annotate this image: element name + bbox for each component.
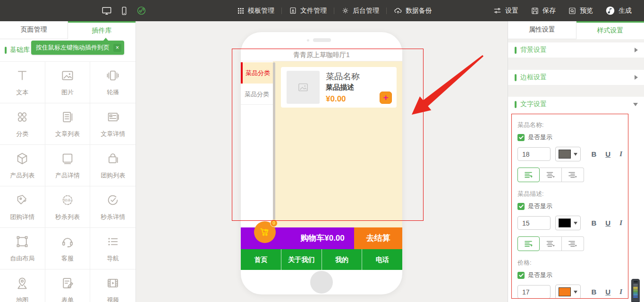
show-checkbox[interactable] [517,272,525,279]
widget-customer-service[interactable]: 客服 [45,228,91,269]
dish-price: ¥0.00 [326,94,346,104]
mini-palette-widget[interactable] [631,279,640,302]
nav-item-home[interactable]: 首页 [241,249,281,270]
align-right-button[interactable] [562,168,584,182]
font-size-input[interactable] [517,285,551,299]
save-button[interactable]: 保存 [527,7,559,15]
checkout-button[interactable]: 去结算 [354,227,402,249]
bold-button[interactable]: B [591,288,596,296]
video-icon [106,276,120,292]
image-icon [60,68,75,84]
link-button[interactable] [136,6,146,16]
preview-button[interactable]: 预览 [564,7,597,15]
widget-groupbuy-detail[interactable]: 团购详情 [0,186,45,228]
category-tab-active[interactable]: 菜品分类 [241,62,273,84]
underline-button[interactable]: U [605,219,610,227]
tab-plugin-library[interactable]: 插件库 [68,21,136,39]
map-pin-icon [15,276,29,292]
nav-item-mine[interactable]: 我的 [322,249,363,270]
generate-button[interactable]: 生成 [602,6,636,16]
align-right-button[interactable] [562,236,584,251]
svg-text:秒杀: 秒杀 [64,198,71,202]
menu-data-backup[interactable]: 数据备份 [387,7,439,15]
section-background-settings[interactable]: 背景设置 [508,42,644,58]
settings-button[interactable]: 设置 [489,6,522,15]
font-size-input[interactable] [517,216,551,230]
menu-plugin[interactable]: 菜品名称 菜品描述 ¥0.00 + 菜品分类 菜品分类 [241,61,402,227]
widget-article-list[interactable]: 文章列表 [45,103,91,145]
groupbuy-detail-icon [15,193,29,209]
widget-form[interactable]: 表单 [45,269,91,302]
widget-navigation[interactable]: 导航 [90,228,136,269]
font-size-input[interactable] [517,147,551,161]
bold-button[interactable]: B [591,219,596,227]
image-placeholder-icon [297,81,309,93]
widget-free-layout[interactable]: 自由布局 [0,228,45,269]
nav-item-phone[interactable]: 电话 [362,249,402,270]
add-to-cart-button[interactable]: + [380,92,392,104]
color-swatch [559,150,571,159]
align-left-button[interactable] [517,236,540,251]
widget-groupbuy-list[interactable]: 团购列表 [90,145,136,186]
align-left-button[interactable] [517,168,540,182]
show-checkbox[interactable] [517,203,525,210]
save-icon [531,7,539,15]
menu-template-manage[interactable]: 模板管理 [230,7,281,15]
phone-bottom-nav: 首页 关于我们 我的 电话 [241,249,402,270]
free-layout-icon [15,235,29,251]
menu-admin-manage[interactable]: 后台管理 [334,7,386,15]
topbar-actions: 设置 保存 预览 生成 [489,0,636,21]
widget-seckill-list[interactable]: 秒杀 秒杀列表 [45,186,91,228]
widget-article-detail[interactable]: 文章详情 [90,103,136,145]
font-color-dropdown[interactable] [555,216,581,230]
widget-text[interactable]: 文本 [0,62,45,103]
widget-video[interactable]: 视频 [90,269,136,302]
tooltip-close-icon[interactable]: × [113,44,121,52]
plugin-scrollbar[interactable] [273,62,275,223]
dish-card[interactable]: 菜品名称 菜品描述 ¥0.00 + [281,67,397,108]
italic-button[interactable]: I [619,219,622,227]
tab-page-manage[interactable]: 页面管理 [0,21,68,39]
tab-style-settings[interactable]: 样式设置 [576,21,644,39]
product-detail-icon [60,151,75,168]
underline-button[interactable]: U [605,150,610,158]
dish-name: 菜品名称 [326,71,360,82]
section-text-settings[interactable]: 文字设置 [508,97,644,112]
widget-seckill-detail[interactable]: 秒杀详情 [90,186,136,228]
font-color-dropdown[interactable] [555,285,581,299]
widget-grid: 文本 图片 轮播 分类 文章列表 文章详情 产品列表 产品详情 [0,61,136,302]
menu-file-manage[interactable]: 文件管理 [282,7,334,15]
widget-image[interactable]: 图片 [45,62,91,103]
widget-product-detail[interactable]: 产品详情 [45,145,91,186]
italic-button[interactable]: I [619,288,622,296]
align-center-button[interactable] [540,168,562,182]
widget-product-list[interactable]: 产品列表 [0,145,45,186]
setting-group-dish-desc: 菜品描述: 是否显示 B U I [517,190,622,251]
widget-map[interactable]: 地图 [0,269,45,302]
category-tab[interactable]: 菜品分类 [241,84,273,105]
italic-button[interactable]: I [619,150,622,158]
bold-button[interactable]: B [591,150,596,158]
topbar: 模板管理 文件管理 后台管理 数据备份 设置 保存 [0,0,644,21]
underline-button[interactable]: U [605,288,610,296]
page-title: 青青原上草咖啡厅1 [241,49,402,61]
topbar-main-menu: 模板管理 文件管理 后台管理 数据备份 [230,0,439,21]
desktop-view-button[interactable] [102,6,112,16]
widget-category[interactable]: 分类 [0,103,45,145]
setting-group-dish-name: 菜品名称: 是否显示 B U I [517,121,622,182]
mobile-view-button[interactable] [119,6,129,16]
category-icon [15,110,29,126]
font-color-dropdown[interactable] [555,147,581,161]
widget-carousel[interactable]: 轮播 [90,62,136,103]
section-border-settings[interactable]: 边框设置 [508,70,644,85]
cart-button[interactable]: 0 [254,221,276,243]
show-checkbox[interactable] [517,134,525,141]
tab-attribute-settings[interactable]: 属性设置 [508,21,576,39]
text-icon [15,68,29,84]
nav-item-about[interactable]: 关于我们 [281,249,322,270]
dish-description: 菜品描述 [326,83,354,92]
basic-library-label: 基础库 [10,46,30,54]
caret-down-icon [574,153,577,156]
align-center-button[interactable] [540,236,562,251]
cart-total-label: 购物车¥0.00 [282,227,363,249]
